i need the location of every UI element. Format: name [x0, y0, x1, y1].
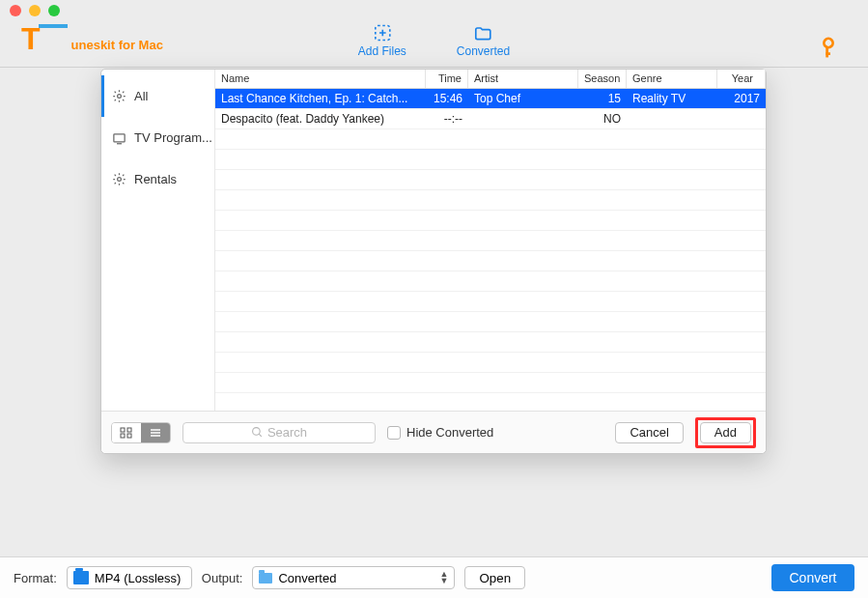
table-row-empty [215, 251, 766, 271]
table-body: Last Chance Kitchen, Ep. 1: Catch...15:4… [215, 89, 766, 411]
hide-converted-checkbox[interactable]: Hide Converted [387, 425, 493, 440]
cell-season: NO [578, 109, 627, 128]
cell-name: Last Chance Kitchen, Ep. 1: Catch... [215, 89, 426, 108]
cell-time: --:-- [426, 109, 468, 128]
gear-icon [112, 172, 126, 186]
search-placeholder: Search [267, 425, 307, 440]
cell-genre: Reality TV [627, 89, 717, 108]
th-name[interactable]: Name [215, 70, 426, 88]
th-year[interactable]: Year [717, 70, 766, 88]
add-button-highlight: Add [695, 417, 756, 448]
main-toolbar: T uneskit for Mac Add Files Converted [0, 21, 868, 68]
table-row-empty [215, 170, 766, 190]
list-view-button[interactable] [141, 423, 170, 442]
table-row[interactable]: Last Chance Kitchen, Ep. 1: Catch...15:4… [215, 89, 766, 109]
sidebar-item-label: TV Program... [134, 130, 212, 145]
app-name: uneskit for Mac [71, 38, 163, 52]
register-key-icon[interactable] [813, 34, 843, 64]
table-header: Name Time Artist Season Genre Year [215, 70, 766, 89]
th-artist[interactable]: Artist [468, 70, 578, 88]
cell-year [717, 109, 766, 128]
svg-rect-10 [121, 428, 125, 432]
add-button[interactable]: Add [700, 422, 751, 443]
dialog-footer: Search Hide Converted Cancel Add [101, 411, 766, 453]
cell-time: 15:46 [426, 89, 468, 108]
table-row-empty [215, 312, 766, 332]
th-time[interactable]: Time [426, 70, 468, 88]
table-row-empty [215, 292, 766, 312]
output-label: Output: [202, 571, 243, 585]
table-row-empty [215, 353, 766, 373]
table-row-empty [215, 393, 766, 411]
svg-rect-11 [127, 428, 131, 432]
sidebar-item-label: Rentals [134, 172, 177, 186]
cell-season: 15 [578, 89, 627, 108]
grid-view-button[interactable] [112, 423, 141, 442]
svg-line-18 [259, 434, 262, 437]
table-row[interactable]: Despacito (feat. Daddy Yankee)--:--NO [215, 109, 766, 129]
svg-rect-4 [826, 46, 828, 57]
search-input[interactable]: Search [182, 422, 376, 443]
window-close-button[interactable] [10, 5, 21, 16]
add-files-dialog: All TV Program... Rentals Name Time Arti… [100, 69, 767, 454]
table-row-empty [215, 150, 766, 170]
cancel-button[interactable]: Cancel [615, 422, 683, 443]
table-row-empty [215, 129, 766, 150]
add-files-icon [372, 23, 393, 43]
table-row-empty [215, 211, 766, 231]
svg-point-9 [118, 178, 122, 182]
th-season[interactable]: Season [578, 70, 627, 88]
svg-point-17 [253, 428, 261, 436]
convert-button[interactable]: Convert [771, 564, 854, 591]
cell-artist: Top Chef [468, 89, 578, 108]
add-files-button[interactable]: Add Files [358, 23, 406, 58]
bottom-bar: Format: MP4 (Lossless) Output: Converted… [0, 556, 868, 598]
window-titlebar [0, 0, 868, 21]
converted-icon [473, 23, 494, 43]
hide-converted-label: Hide Converted [406, 425, 493, 440]
search-icon [251, 426, 264, 439]
format-value: MP4 (Lossless) [95, 571, 182, 585]
converted-button[interactable]: Converted [457, 23, 510, 58]
sidebar-item-rentals[interactable]: Rentals [101, 158, 214, 200]
cell-genre [627, 109, 717, 128]
cell-year: 2017 [717, 89, 766, 108]
view-toggle [111, 422, 171, 443]
svg-rect-13 [127, 434, 131, 438]
window-maximize-button[interactable] [48, 5, 60, 16]
files-table: Name Time Artist Season Genre Year Last … [215, 70, 766, 411]
table-row-empty [215, 332, 766, 353]
gear-icon [112, 89, 126, 103]
cell-name: Despacito (feat. Daddy Yankee) [215, 109, 426, 128]
output-select[interactable]: Converted ▲▼ [252, 566, 455, 589]
table-row-empty [215, 231, 766, 251]
output-value: Converted [278, 571, 336, 585]
svg-rect-5 [826, 52, 830, 55]
checkbox-icon [387, 426, 401, 440]
mp4-icon [73, 571, 89, 584]
window-minimize-button[interactable] [29, 5, 41, 16]
th-genre[interactable]: Genre [627, 70, 717, 88]
format-select[interactable]: MP4 (Lossless) [67, 566, 192, 589]
add-files-label: Add Files [358, 44, 406, 58]
app-logo: T uneskit for Mac [21, 23, 163, 54]
sidebar-item-tv-programmes[interactable]: TV Program... [101, 117, 214, 158]
table-row-empty [215, 271, 766, 292]
sidebar-item-label: All [134, 89, 148, 103]
svg-rect-12 [121, 434, 125, 438]
sidebar-item-all[interactable]: All [101, 75, 214, 117]
table-row-empty [215, 190, 766, 211]
open-button[interactable]: Open [464, 566, 525, 589]
tv-icon [112, 130, 126, 145]
folder-icon [259, 573, 272, 584]
updown-icon: ▲▼ [440, 571, 449, 584]
svg-point-6 [118, 95, 122, 99]
cell-artist [468, 109, 578, 128]
converted-label: Converted [457, 44, 510, 58]
svg-rect-7 [114, 134, 125, 142]
table-row-empty [215, 373, 766, 393]
format-label: Format: [14, 571, 57, 585]
dialog-sidebar: All TV Program... Rentals [101, 70, 215, 411]
